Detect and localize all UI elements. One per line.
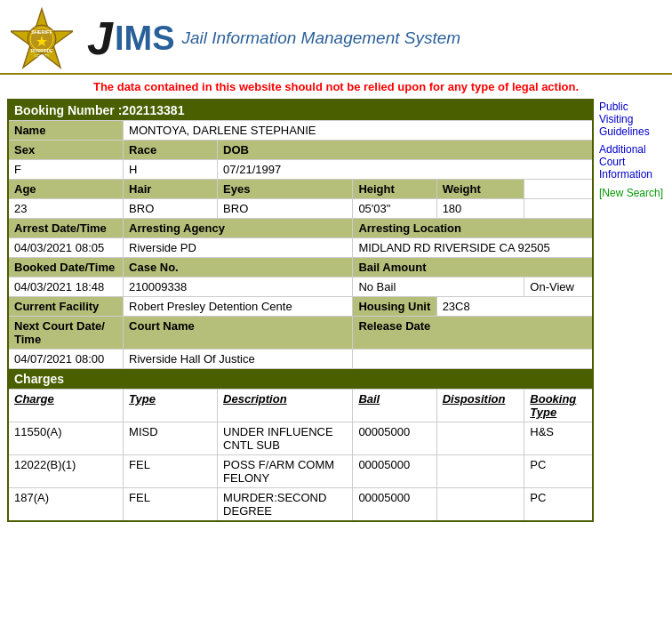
charge-cell-2: POSS F/ARM COMM FELONY [218, 455, 353, 488]
case-no-label: Case No. [124, 258, 353, 277]
col-disposition: Disposition [436, 390, 524, 422]
charge-cell-4 [436, 422, 524, 455]
charge-cell-3: 00005000 [353, 488, 436, 522]
height-label: Height [353, 180, 436, 199]
sex-race-dob-label-row: Sex Race DOB [8, 141, 593, 160]
jims-logo: J IMS Jail Information Management System [87, 15, 460, 61]
bail-type-value: On-View [524, 277, 593, 297]
charge-cell-0: 12022(B)(1) [8, 455, 124, 488]
booking-number-value: 202113381 [122, 103, 184, 117]
col-charge-label: Charge [14, 392, 54, 406]
court-name-value: Riverside Hall Of Justice [124, 350, 353, 369]
disclaimer-text: The data contained in this website shoul… [0, 75, 672, 99]
charge-cell-4 [436, 488, 524, 522]
new-search-link[interactable]: [New Search] [599, 187, 663, 199]
col-charge: Charge [8, 390, 124, 422]
arrest-datetime-label: Arrest Date/Time [8, 219, 124, 238]
header: SHERIFF RIVERSIDE COUNTY J IMS Jail Info… [0, 0, 672, 75]
booking-table: Booking Number :202113381 Name MONTOYA, … [7, 99, 594, 522]
public-visiting-link[interactable]: Public Visiting Guidelines [599, 100, 665, 138]
booked-value-row: 04/03/2021 18:48 210009338 No Bail On-Vi… [8, 277, 593, 297]
height-value: 05'03" [353, 199, 436, 219]
table-row: 12022(B)(1)FELPOSS F/ARM COMM FELONY0000… [8, 455, 593, 488]
bail-amount-value: No Bail [353, 277, 524, 297]
table-row: 11550(A)MISDUNDER INFLUENCE CNTL SUB0000… [8, 422, 593, 455]
arresting-agency-value: Riverside PD [124, 238, 353, 258]
hair-label: Hair [124, 180, 218, 199]
arrest-datetime-value: 04/03/2021 08:05 [8, 238, 124, 258]
col-description-label: Description [223, 392, 287, 406]
jims-subtitle: Jail Information Management System [181, 28, 460, 48]
col-disposition-label: Disposition [443, 392, 506, 406]
booked-datetime-label: Booked Date/Time [8, 258, 124, 277]
charge-cell-5: H&S [524, 422, 593, 455]
current-facility-label: Current Facility [8, 297, 124, 317]
additional-court-link[interactable]: Additional Court Information [599, 143, 665, 181]
arresting-location-label: Arresting Location [353, 219, 593, 238]
name-value: MONTOYA, DARLENE STEPHANIE [124, 121, 593, 141]
facility-row: Current Facility Robert Presley Detentio… [8, 297, 593, 317]
charge-cell-2: UNDER INFLUENCE CNTL SUB [218, 422, 353, 455]
physical-value-row: 23 BRO BRO 05'03" 180 [8, 199, 593, 219]
arrest-value-row: 04/03/2021 08:05 Riverside PD MIDLAND RD… [8, 238, 593, 258]
hair-value: BRO [124, 199, 218, 219]
weight-label: Weight [436, 180, 524, 199]
charge-cell-0: 187(A) [8, 488, 124, 522]
col-description: Description [218, 390, 353, 422]
charge-cell-1: FEL [124, 488, 218, 522]
age-value: 23 [8, 199, 124, 219]
col-booking-type-label: Booking Type [530, 392, 576, 419]
booked-label-row: Booked Date/Time Case No. Bail Amount [8, 258, 593, 277]
physical-filler [524, 180, 593, 199]
name-row: Name MONTOYA, DARLENE STEPHANIE [8, 121, 593, 141]
housing-unit-label: Housing Unit [353, 297, 436, 317]
booked-datetime-value: 04/03/2021 18:48 [8, 277, 124, 297]
eyes-label: Eyes [218, 180, 353, 199]
svg-text:COUNTY: COUNTY [35, 53, 50, 58]
dob-value: 07/21/1997 [218, 160, 593, 180]
weight-value: 180 [436, 199, 524, 219]
release-date-value [353, 350, 593, 369]
eyes-value: BRO [218, 199, 353, 219]
next-court-label: Next Court Date/ Time [8, 317, 124, 350]
charge-cell-5: PC [524, 488, 593, 522]
physical-label-row: Age Hair Eyes Height Weight [8, 180, 593, 199]
booking-number-row: Booking Number :202113381 [8, 100, 593, 121]
charge-cell-3: 00005000 [353, 455, 436, 488]
jims-letters-ims: IMS [115, 21, 175, 55]
name-label: Name [8, 121, 124, 141]
dob-label: DOB [218, 141, 593, 160]
housing-unit-value: 23C8 [436, 297, 593, 317]
arresting-agency-label: Arresting Agency [124, 219, 353, 238]
right-sidebar: Public Visiting Guidelines Additional Co… [594, 99, 665, 522]
charge-cell-5: PC [524, 455, 593, 488]
race-value: H [124, 160, 218, 180]
case-no-value: 210009338 [124, 277, 353, 297]
svg-text:SHERIFF: SHERIFF [31, 29, 52, 35]
booking-number-cell: Booking Number :202113381 [8, 100, 593, 121]
court-name-label: Court Name [124, 317, 353, 350]
charge-cell-1: MISD [124, 422, 218, 455]
col-booking-type: Booking Type [524, 390, 593, 422]
race-label: Race [124, 141, 218, 160]
bail-amount-label: Bail Amount [353, 258, 593, 277]
col-bail-label: Bail [358, 392, 380, 406]
charge-cell-4 [436, 455, 524, 488]
age-label: Age [8, 180, 124, 199]
table-row: 187(A)FELMURDER:SECOND DEGREE00005000PC [8, 488, 593, 522]
physical-filler2 [524, 199, 593, 219]
charge-cell-0: 11550(A) [8, 422, 124, 455]
charges-col-header-row: Charge Type Description Bail Disposition… [8, 390, 593, 422]
charge-cell-2: MURDER:SECOND DEGREE [218, 488, 353, 522]
inmate-data-table: Booking Number :202113381 Name MONTOYA, … [7, 99, 594, 522]
current-facility-value: Robert Presley Detention Cente [124, 297, 353, 317]
sex-value: F [8, 160, 124, 180]
charges-header-cell: Charges [8, 369, 593, 390]
sex-label: Sex [8, 141, 124, 160]
next-court-datetime-value: 04/07/2021 08:00 [8, 350, 124, 369]
col-type: Type [124, 390, 218, 422]
booking-number-label: Booking Number : [14, 103, 122, 117]
charge-cell-3: 00005000 [353, 422, 436, 455]
jims-letter-j: J [87, 15, 113, 61]
sheriff-badge-icon: SHERIFF RIVERSIDE COUNTY [11, 7, 73, 69]
